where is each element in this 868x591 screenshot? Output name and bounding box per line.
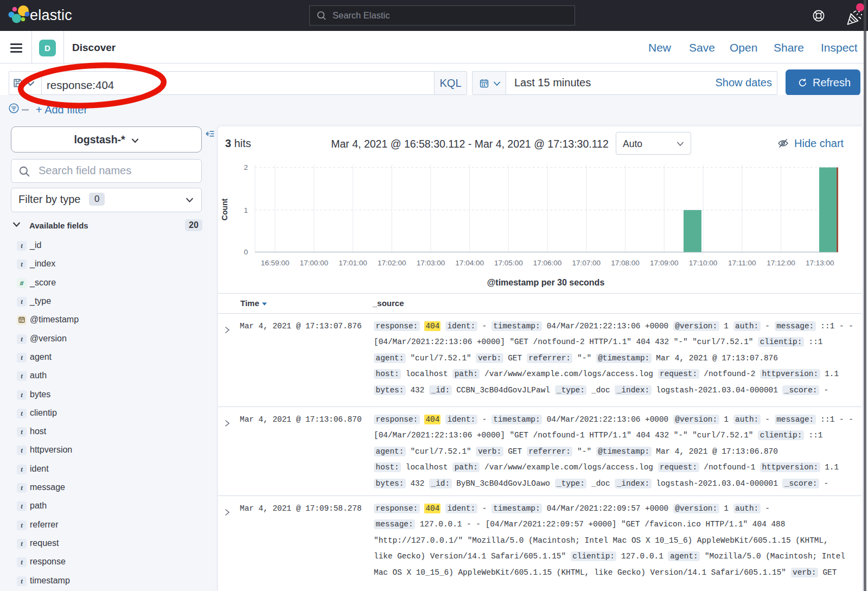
svg-text:17:06:00: 17:06:00 — [533, 259, 562, 267]
svg-text:17:05:00: 17:05:00 — [494, 259, 523, 267]
svg-text:17:08:00: 17:08:00 — [611, 259, 640, 267]
svg-text:16:59:00: 16:59:00 — [261, 259, 290, 267]
svg-text:17:07:00: 17:07:00 — [572, 259, 601, 267]
svg-text:17:01:00: 17:01:00 — [339, 259, 367, 267]
svg-text:17:00:00: 17:00:00 — [299, 259, 328, 267]
svg-text:1: 1 — [244, 206, 248, 214]
svg-text:17:11:00: 17:11:00 — [728, 259, 756, 267]
svg-text:17:10:00: 17:10:00 — [689, 259, 718, 267]
svg-text:17:12:00: 17:12:00 — [767, 259, 795, 267]
svg-text:0: 0 — [244, 248, 248, 256]
svg-text:Count: Count — [220, 198, 229, 220]
svg-text:17:04:00: 17:04:00 — [455, 259, 484, 267]
svg-text:17:13:00: 17:13:00 — [806, 259, 834, 267]
svg-text:17:09:00: 17:09:00 — [650, 259, 679, 267]
svg-text:17:02:00: 17:02:00 — [378, 259, 406, 267]
svg-text:17:03:00: 17:03:00 — [417, 259, 445, 267]
svg-text:2: 2 — [244, 163, 248, 171]
